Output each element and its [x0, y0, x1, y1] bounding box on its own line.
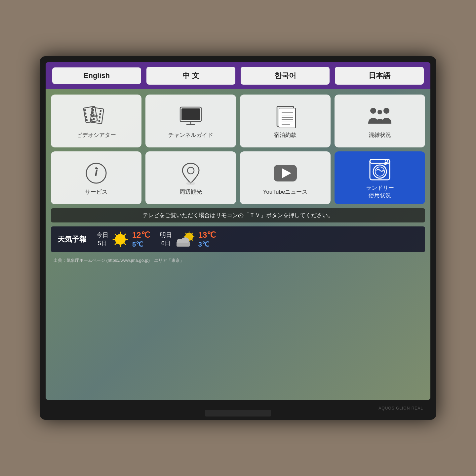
svg-line-53	[124, 243, 126, 245]
svg-rect-2	[85, 112, 87, 115]
svg-line-63	[191, 233, 193, 234]
tomorrow-date: 明日 6日	[160, 231, 172, 248]
weather-source: 出典：気象庁ホームページ (https://www.jma.go.jp) エリア…	[51, 256, 425, 265]
channel-guide-icon	[178, 105, 204, 128]
svg-point-43	[385, 160, 388, 163]
menu-grid: VOD ビデオシアター	[51, 95, 425, 204]
main-content: VOD ビデオシアター	[46, 89, 430, 400]
svg-line-61	[185, 233, 187, 234]
svg-point-36	[95, 167, 97, 169]
svg-point-38	[186, 182, 195, 185]
channel-guide-item[interactable]: チャンネルガイド	[145, 95, 236, 147]
svg-rect-68	[177, 243, 190, 247]
svg-point-37	[187, 167, 194, 174]
svg-rect-24	[279, 108, 296, 128]
accommodation-icon	[272, 105, 298, 128]
sightseeing-icon	[178, 162, 204, 185]
channel-guide-label: チャンネルガイド	[168, 131, 213, 139]
today-weather: 今日 5日	[97, 230, 150, 248]
svg-point-32	[377, 110, 382, 114]
svg-line-54	[124, 234, 126, 235]
svg-rect-3	[85, 116, 87, 118]
svg-rect-20	[181, 108, 200, 120]
screen: English 中 文 한국어 日本語	[46, 62, 430, 400]
svg-rect-14	[100, 110, 102, 112]
svg-rect-8	[93, 118, 95, 120]
service-label: サービス	[85, 188, 107, 196]
tomorrow-weather: 明日 6日	[160, 230, 216, 248]
svg-rect-17	[98, 120, 100, 122]
service-icon: i	[83, 162, 109, 185]
svg-line-55	[115, 243, 116, 245]
svg-rect-4	[86, 119, 88, 121]
laundry-icon	[367, 158, 393, 181]
congestion-item[interactable]: 混雑状況	[335, 95, 425, 147]
tomorrow-low: 3℃	[198, 240, 216, 248]
svg-rect-10	[92, 109, 94, 111]
weather-label: 天気予報	[58, 234, 87, 244]
lang-chinese-button[interactable]: 中 文	[146, 67, 235, 85]
congestion-icon	[367, 105, 393, 128]
tv-stand	[205, 410, 271, 416]
sightseeing-label: 周辺観光	[179, 188, 202, 196]
lang-korean-button[interactable]: 한국어	[241, 67, 330, 85]
accommodation-label: 宿泊約款	[274, 131, 297, 139]
youtube-news-item[interactable]: YouTubeニュース	[240, 151, 331, 204]
svg-rect-1	[84, 109, 86, 111]
congestion-label: 混雑状況	[369, 131, 391, 139]
today-low: 5℃	[132, 240, 150, 248]
video-theater-item[interactable]: VOD ビデオシアター	[51, 95, 141, 147]
svg-point-31	[370, 108, 376, 114]
brand-text: AQUOS GLION REAL	[378, 406, 423, 411]
tv-frame: English 中 文 한국어 日本語	[40, 56, 436, 420]
laundry-label: ランドリー 使用状況	[366, 184, 394, 199]
weather-bar: 天気予報 今日 5日	[51, 226, 425, 252]
tomorrow-high: 13℃	[198, 230, 216, 240]
svg-line-52	[115, 234, 116, 235]
lang-japanese-button[interactable]: 日本語	[335, 67, 424, 85]
sightseeing-item[interactable]: 周辺観光	[145, 151, 236, 204]
youtube-news-icon	[272, 162, 298, 185]
notice-bar: テレビをご覧いただく場合はリモコンの「ＴＶ」ボタンを押してください。	[51, 208, 425, 222]
bezel-brand: AQUOS GLION REAL	[378, 406, 423, 411]
svg-point-33	[383, 108, 389, 114]
svg-point-45	[375, 167, 384, 176]
accommodation-item[interactable]: 宿泊約款	[240, 95, 331, 147]
tomorrow-temps: 13℃ 3℃	[198, 230, 216, 248]
youtube-news-label: YouTubeニュース	[263, 188, 308, 196]
sun-icon	[112, 231, 129, 248]
notice-text: テレビをご覧いただく場合はリモコンの「ＴＶ」ボタンを押してください。	[142, 212, 334, 218]
video-theater-label: ビデオシアター	[77, 131, 116, 139]
video-theater-icon: VOD	[83, 105, 109, 128]
svg-line-62	[191, 239, 193, 240]
today-temps: 12℃ 5℃	[132, 230, 150, 248]
laundry-item[interactable]: ランドリー 使用状況	[335, 151, 425, 204]
svg-rect-16	[99, 116, 101, 119]
today-date: 今日 5日	[97, 231, 108, 248]
language-bar: English 中 文 한국어 日本語	[46, 62, 430, 89]
lang-english-button[interactable]: English	[52, 67, 141, 84]
svg-rect-15	[99, 113, 101, 115]
cloud-sun-icon	[175, 231, 195, 248]
today-high: 12℃	[132, 230, 150, 240]
service-item[interactable]: i サービス	[51, 151, 141, 204]
svg-rect-13	[91, 119, 93, 121]
